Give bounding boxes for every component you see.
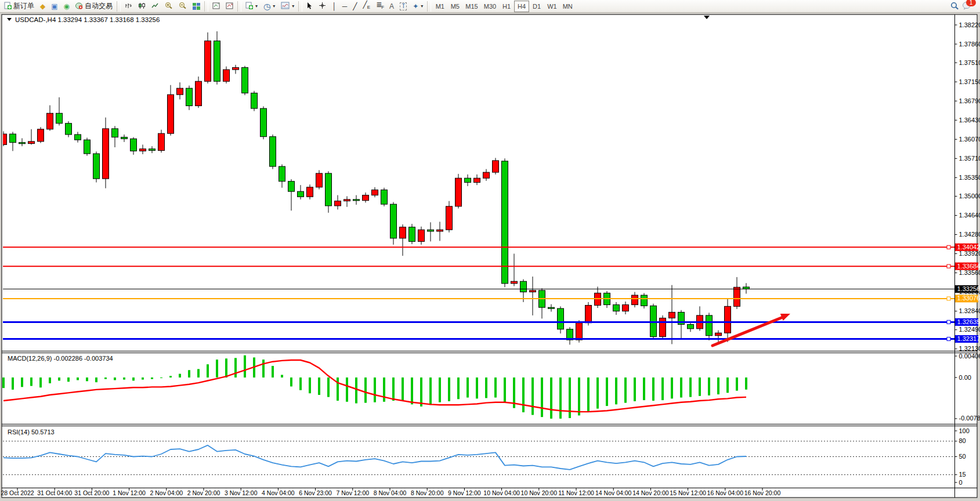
price-tick-label: 1.37510	[959, 59, 980, 66]
search-icon	[950, 2, 959, 11]
macd-axis-label: 0.004066	[959, 353, 980, 360]
signals-button[interactable]: ◉	[61, 1, 73, 12]
dropdown-caret-icon: ▾	[255, 3, 258, 9]
chart-canvas[interactable]: 1.382201.378601.375101.371501.367901.364…	[0, 0, 980, 501]
macd-histogram-bar	[197, 369, 200, 377]
new-order-button[interactable]: 新订单	[1, 1, 37, 12]
main-toolbar: 新订单 ◆ ▣ ◉ 自动交易 ▾ ◷▾ ▾ │ ─ ╱ ╱E ≣F A T ✦▾…	[0, 0, 980, 13]
zoom-in-button[interactable]	[162, 1, 176, 12]
equidistant-channel-icon: ╱E	[363, 1, 371, 11]
zoom-out-button[interactable]	[176, 1, 190, 12]
macd-histogram-bar	[708, 377, 710, 395]
macd-histogram-bar	[142, 377, 144, 380]
crosshair-tool-button[interactable]	[316, 1, 329, 12]
horizontal-line-tool-button[interactable]: ─	[339, 1, 350, 12]
candle-body-bear	[121, 137, 128, 139]
fibonacci-tool-button[interactable]: ≣F	[373, 1, 386, 12]
candle-body-bull	[669, 312, 675, 318]
timeframe-button-M1[interactable]: M1	[432, 1, 447, 12]
time-axis[interactable]: 28 Oct 202231 Oct 04:0031 Oct 20:001 Nov…	[1, 488, 780, 497]
timeframe-button-H1[interactable]: H1	[499, 1, 514, 12]
price-badge-label: 1.32635	[957, 318, 980, 325]
time-tick-label: 10 Nov 20:00	[521, 489, 558, 496]
shapes-tool-button[interactable]: ✦▾	[410, 1, 426, 12]
signals-icon: ◉	[64, 3, 70, 10]
vertical-line-tool-button[interactable]: │	[329, 1, 339, 12]
macd-histogram-bar	[383, 377, 385, 402]
hline-handle-support-2[interactable]	[947, 337, 950, 341]
hline-handle-support-1[interactable]	[947, 320, 950, 324]
equidistant-channel-tool-button[interactable]: ╱E	[360, 1, 374, 12]
candle-body-bear	[93, 154, 100, 179]
price-tick-label: 1.33560	[959, 269, 980, 276]
price-tick-label: 1.36070	[959, 136, 980, 143]
macd-histogram-bar	[364, 377, 367, 403]
candle-body-bull	[168, 95, 174, 133]
macd-histogram-bar	[309, 377, 311, 393]
price-tick-label: 1.37860	[959, 41, 980, 48]
notifications-button[interactable]: 1	[962, 1, 972, 12]
trendline-icon: ╱	[353, 3, 357, 10]
macd-axis-label: -0.007809	[959, 415, 980, 422]
new-chart-button[interactable]: ▾	[243, 1, 261, 12]
macd-histogram-bar	[689, 377, 692, 397]
candle-body-bear	[270, 137, 276, 166]
hline-handle-pivot-orange[interactable]	[947, 297, 950, 300]
metaeditor-button[interactable]: ▣	[48, 1, 60, 12]
price-badge-label: 1.33076	[957, 295, 980, 302]
trendline-tool-button[interactable]: ╱	[350, 1, 360, 12]
arrange-charts-button[interactable]	[209, 1, 223, 12]
candle-body-bull	[205, 41, 211, 82]
timeframe-button-W1[interactable]: W1	[544, 1, 560, 12]
time-tick-label: 4 Nov 04:00	[262, 489, 295, 496]
text-tool-button[interactable]: A	[386, 1, 397, 12]
macd-histogram-bar	[726, 377, 729, 393]
price-badge-label: 1.33256	[957, 285, 980, 292]
timeframe-button-H4[interactable]: H4	[514, 1, 529, 12]
shapes-icon: ✦	[413, 3, 418, 10]
macd-histogram-bar	[634, 377, 636, 401]
macd-histogram-bar	[281, 375, 283, 377]
timeframe-button-M15[interactable]: M15	[462, 1, 480, 12]
timeframe-button-MN[interactable]: MN	[560, 1, 576, 12]
text-label-tool-button[interactable]: T	[397, 1, 410, 12]
clock-icon: ◷	[263, 3, 270, 10]
dropdown-caret-icon: ▾	[292, 3, 294, 9]
macd-histogram-bar	[290, 377, 292, 386]
line-chart-button[interactable]	[149, 1, 162, 12]
autotrading-button[interactable]: 自动交易	[73, 1, 115, 12]
price-tick-label: 1.35000	[959, 193, 980, 199]
bar-chart-button[interactable]	[122, 1, 135, 12]
chart-window[interactable]: 1.382201.378601.375101.371501.367901.364…	[0, 0, 980, 501]
megaphone-button[interactable]: ◆	[37, 1, 48, 12]
macd-histogram-bar	[49, 377, 51, 383]
hline-handle-resistance-1[interactable]	[947, 245, 950, 249]
macd-histogram-bar	[86, 377, 88, 381]
macd-histogram-bar	[494, 377, 497, 398]
search-button[interactable]	[948, 1, 962, 12]
time-tick-label: 8 Nov 20:00	[411, 489, 444, 496]
timeframe-button-M5[interactable]: M5	[447, 1, 462, 12]
macd-histogram-bar	[411, 377, 413, 404]
candle-body-bull	[455, 178, 462, 206]
candle-body-bull	[623, 305, 629, 311]
macd-histogram-bar	[439, 377, 441, 402]
candle-body-bull	[307, 187, 313, 197]
timeframe-button-M30[interactable]: M30	[481, 1, 499, 12]
profiles-button[interactable]: ◷▾	[261, 1, 278, 12]
hline-handle-resistance-2[interactable]	[947, 264, 950, 268]
candle-body-bull	[576, 323, 583, 340]
candle-chart-button[interactable]	[135, 1, 149, 12]
candle-body-bear	[112, 129, 118, 137]
candle-body-bull	[223, 70, 230, 81]
timeframe-button-D1[interactable]: D1	[529, 1, 544, 12]
candle-body-bull	[103, 129, 109, 179]
arrange-cascade-button[interactable]	[223, 1, 236, 12]
price-tick-label: 1.35350	[959, 174, 980, 181]
candle-body-bull	[400, 227, 406, 238]
indicators-button[interactable]: ▾	[278, 1, 297, 12]
rsi-axis-label: 50	[959, 453, 966, 460]
macd-histogram-bar	[151, 377, 153, 379]
cursor-tool-button[interactable]	[303, 1, 316, 12]
tile-windows-button[interactable]	[190, 1, 203, 12]
